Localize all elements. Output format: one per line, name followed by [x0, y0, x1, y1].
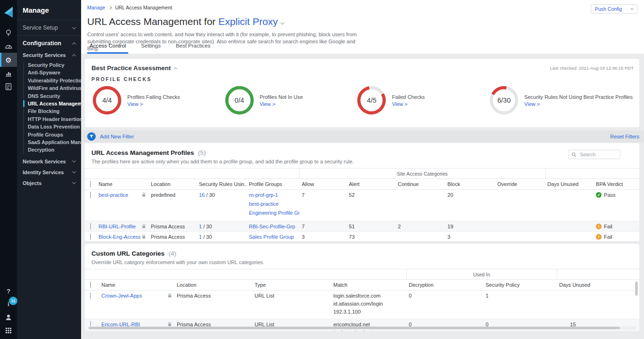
donut-chart: 6/30: [488, 85, 520, 116]
sidebar-item-objects[interactable]: Objects: [17, 178, 81, 188]
profile-name-link[interactable]: RBI-URL-Profile: [99, 224, 136, 229]
profile-name-link[interactable]: best-practice: [99, 192, 128, 198]
select-all-checkbox[interactable]: [90, 282, 91, 288]
col-location[interactable]: Location: [174, 280, 252, 291]
sidebar-item-saas-application-management[interactable]: SaaS Application Management: [17, 138, 81, 146]
rules-count-link[interactable]: 1: [199, 224, 202, 229]
rules-count-link[interactable]: 1: [199, 234, 202, 240]
col-profile-groups[interactable]: Profile Groups: [247, 179, 299, 190]
col-name[interactable]: Name: [96, 179, 149, 190]
profile-group-link[interactable]: rn-prof-grp-1: [249, 192, 297, 198]
site-access-categories-group-header: Site Access Categories: [299, 169, 545, 179]
monitor-chart-icon[interactable]: [0, 67, 17, 80]
col-location[interactable]: Location: [149, 179, 197, 190]
row-checkbox[interactable]: [90, 192, 91, 198]
col-security-rules[interactable]: Security Rules Usin...: [197, 179, 247, 190]
col-type[interactable]: Type: [252, 280, 331, 291]
col-decryption[interactable]: Decryption: [406, 280, 483, 291]
group-header-row: Used In: [85, 269, 639, 280]
donut-profiles-not-in-use: 0/4 Profiles Not In Use View >: [224, 85, 356, 116]
cell-profile-groups: RBI-Sec-Profile-Grp: [247, 221, 299, 232]
breadcrumb-manage-link[interactable]: Manage: [87, 5, 105, 10]
tab-access-control[interactable]: Access Control: [87, 43, 128, 54]
dashboard-gauge-icon[interactable]: [0, 40, 17, 53]
horizontal-scrollbar: [88, 326, 636, 330]
cell-alert: 73: [347, 232, 396, 242]
col-alert[interactable]: Alert: [347, 179, 396, 190]
reports-document-icon[interactable]: [0, 80, 17, 93]
col-days-unused[interactable]: Days Unused: [545, 179, 594, 190]
sidebar-item-http-header-insertion[interactable]: HTTP Header Insertion: [17, 115, 81, 123]
sidebar-item-identity-services[interactable]: Identity Services: [17, 167, 81, 178]
col-days-unused[interactable]: Days Unused: [557, 280, 639, 291]
app-logo-icon[interactable]: [0, 0, 17, 24]
tab-best-practices[interactable]: Best Practices: [173, 43, 213, 54]
chevron-right-icon: [108, 6, 112, 9]
sidebar-item-url-access-management[interactable]: URL Access Management: [17, 100, 81, 107]
push-config-button[interactable]: Push Config: [591, 4, 637, 14]
sidebar-item-security-services[interactable]: Security Services: [17, 49, 81, 60]
col-allow[interactable]: Allow: [299, 179, 347, 190]
sidebar-item-configuration[interactable]: Configuration: [17, 36, 81, 49]
filter-funnel-icon[interactable]: [87, 132, 96, 141]
apps-grid-icon[interactable]: [0, 324, 17, 337]
fail-icon: !: [596, 224, 602, 229]
scrollbar-thumb[interactable]: [635, 282, 638, 296]
view-link[interactable]: View >: [392, 101, 425, 107]
cell-continue: 2: [396, 221, 445, 232]
sidebar-item-network-services[interactable]: Network Services: [17, 156, 81, 167]
col-override[interactable]: Override: [495, 179, 545, 190]
profile-name-link[interactable]: Block-Eng-Access: [99, 234, 140, 240]
row-checkbox[interactable]: [90, 223, 91, 230]
cell-days-unused: [557, 291, 639, 319]
profile-group-link[interactable]: best-practice: [249, 201, 297, 207]
cell-security-policy: 1: [483, 291, 557, 319]
proxy-scope-selector[interactable]: Explicit Proxy: [218, 16, 278, 27]
view-link[interactable]: View >: [524, 101, 633, 107]
sidebar-item-service-setup[interactable]: Service Setup: [17, 20, 81, 36]
sidebar-item-wildfire-antivirus[interactable]: WildFire and Antivirus: [17, 84, 81, 92]
vertical-scrollbar: [635, 282, 638, 310]
sidebar-title: Manage: [17, 0, 81, 20]
search-input[interactable]: [579, 151, 617, 158]
sidebar-item-vulnerability-protection[interactable]: Vulnerability Protection: [17, 77, 81, 84]
col-match[interactable]: Match: [331, 280, 406, 291]
user-icon[interactable]: [0, 311, 17, 324]
category-name-link[interactable]: Crown-Jewl-Apps: [101, 293, 142, 299]
cell-rules: 1 / 30: [197, 221, 247, 232]
sidebar-item-profile-groups[interactable]: Profile Groups: [17, 131, 81, 138]
bpa-title[interactable]: Best Practice Assessment: [91, 65, 177, 72]
row-checkbox[interactable]: [90, 292, 91, 299]
sidebar-item-file-blocking[interactable]: File Blocking: [17, 107, 81, 115]
select-all-checkbox[interactable]: [90, 181, 91, 187]
tab-settings[interactable]: Settings: [139, 43, 163, 54]
profile-group-link[interactable]: Engineering Profile Grou: [249, 210, 297, 216]
reset-filters-link[interactable]: Reset Filters: [610, 134, 639, 139]
profile-group-link[interactable]: RBI-Sec-Profile-Grp: [249, 224, 295, 229]
sidebar-item-security-policy[interactable]: Security Policy: [17, 61, 81, 69]
rules-count-link[interactable]: 16: [199, 192, 205, 198]
profiles-section-title: URL Access Management Profiles: [91, 149, 194, 156]
used-in-group-header: Used In: [406, 269, 557, 280]
info-icon[interactable]: i 11: [0, 298, 17, 311]
sidebar-item-dns-security[interactable]: DNS Security: [17, 92, 81, 100]
col-block[interactable]: Block: [445, 179, 495, 190]
chevron-down-icon: [630, 7, 634, 10]
insights-lightbulb-icon[interactable]: [0, 26, 17, 40]
col-security-policy[interactable]: Security Policy: [483, 280, 557, 291]
add-new-filter-link[interactable]: Add New Filter: [100, 134, 134, 139]
profile-group-link[interactable]: Sales Profile Group: [249, 234, 294, 240]
sidebar-item-anti-spyware[interactable]: Anti-Spyware: [17, 69, 81, 76]
scrollbar-thumb[interactable]: [89, 327, 620, 329]
col-bpa-verdict[interactable]: BPA Verdict: [594, 179, 639, 190]
row-checkbox[interactable]: [90, 234, 91, 240]
col-name[interactable]: Name: [99, 280, 174, 291]
configuration-gear-icon[interactable]: ⚙: [0, 53, 17, 67]
help-icon[interactable]: ?: [0, 284, 17, 298]
sidebar-item-decryption[interactable]: Decryption: [17, 146, 81, 153]
view-link[interactable]: View >: [260, 101, 303, 107]
col-continue[interactable]: Continue: [396, 179, 445, 190]
sidebar-item-data-loss-prevention[interactable]: Data Loss Prevention: [17, 123, 81, 130]
cell-profile-groups: rn-prof-grp-1 best-practice Engineering …: [247, 190, 299, 221]
view-link[interactable]: View >: [127, 101, 180, 107]
